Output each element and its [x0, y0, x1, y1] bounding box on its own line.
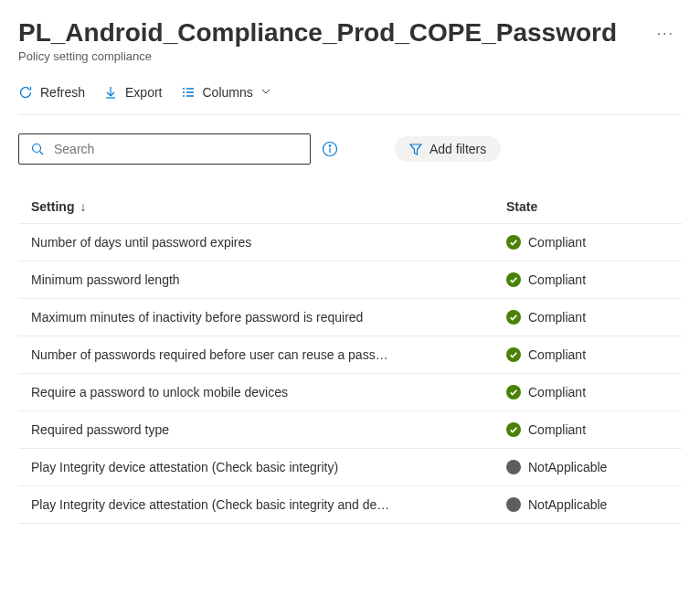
export-label: Export — [125, 85, 162, 100]
table-row[interactable]: Require a password to unlock mobile devi… — [18, 374, 682, 411]
chevron-down-icon — [260, 85, 271, 100]
table-row[interactable]: Maximum minutes of inactivity before pas… — [18, 299, 682, 336]
state-label: Compliant — [528, 347, 586, 362]
column-header-state[interactable]: State — [506, 199, 669, 214]
column-header-state-label: State — [506, 199, 537, 214]
search-icon — [30, 142, 45, 156]
table-row[interactable]: Number of passwords required before user… — [18, 336, 682, 374]
table-row[interactable]: Minimum password lengthCompliant — [18, 261, 682, 299]
cell-setting: Play Integrity device attestation (Check… — [31, 497, 506, 512]
cell-state: Compliant — [506, 272, 669, 287]
columns-label: Columns — [203, 85, 253, 100]
table-row[interactable]: Play Integrity device attestation (Check… — [18, 449, 682, 486]
add-filters-button[interactable]: Add filters — [395, 136, 501, 162]
table-row[interactable]: Play Integrity device attestation (Check… — [18, 486, 682, 524]
svg-point-10 — [329, 145, 330, 146]
state-label: Compliant — [528, 422, 586, 437]
state-label: NotApplicable — [528, 497, 607, 512]
cell-setting: Minimum password length — [31, 272, 506, 287]
page-title: PL_Android_Compliance_Prod_COPE_Password — [18, 18, 617, 48]
check-circle-icon — [506, 385, 521, 399]
cell-state: NotApplicable — [506, 460, 669, 474]
state-label: Compliant — [528, 385, 586, 399]
state-label: NotApplicable — [528, 460, 607, 474]
cell-state: Compliant — [506, 385, 669, 399]
check-circle-icon — [506, 235, 521, 250]
download-icon — [103, 85, 118, 100]
info-icon[interactable] — [322, 141, 338, 157]
table-header: Setting ↓ State — [18, 190, 682, 223]
sort-arrow-down-icon: ↓ — [80, 199, 86, 214]
cell-setting: Required password type — [31, 422, 506, 437]
dot-icon — [506, 497, 521, 512]
cell-state: Compliant — [506, 235, 669, 250]
cell-state: Compliant — [506, 347, 669, 362]
more-button[interactable]: ··· — [650, 22, 682, 46]
table-row[interactable]: Number of days until password expiresCom… — [18, 224, 682, 261]
cell-setting: Require a password to unlock mobile devi… — [31, 385, 506, 399]
cell-state: NotApplicable — [506, 497, 669, 512]
columns-button[interactable]: Columns — [181, 85, 271, 100]
column-header-setting-label: Setting — [31, 199, 74, 214]
svg-point-6 — [33, 144, 41, 153]
check-circle-icon — [506, 347, 521, 362]
dot-icon — [506, 460, 521, 474]
search-input[interactable] — [54, 142, 299, 156]
refresh-icon — [18, 85, 33, 100]
svg-line-7 — [40, 152, 44, 155]
table-body: Number of days until password expiresCom… — [18, 223, 682, 524]
cell-setting: Play Integrity device attestation (Check… — [31, 460, 506, 474]
cell-state: Compliant — [506, 310, 669, 325]
refresh-button[interactable]: Refresh — [18, 85, 85, 100]
cell-setting: Number of passwords required before user… — [31, 347, 506, 362]
column-header-setting[interactable]: Setting ↓ — [31, 199, 506, 214]
columns-icon — [181, 85, 196, 100]
cell-setting: Maximum minutes of inactivity before pas… — [31, 310, 506, 325]
table-row[interactable]: Required password typeCompliant — [18, 411, 682, 449]
filter-row: Add filters — [18, 133, 682, 165]
check-circle-icon — [506, 422, 521, 437]
page-subtitle: Policy setting compliance — [18, 49, 682, 63]
check-circle-icon — [506, 272, 521, 287]
refresh-label: Refresh — [40, 85, 85, 100]
search-box[interactable] — [18, 133, 311, 165]
state-label: Compliant — [528, 235, 586, 250]
add-filters-label: Add filters — [430, 142, 486, 156]
state-label: Compliant — [528, 310, 586, 325]
state-label: Compliant — [528, 272, 586, 287]
check-circle-icon — [506, 310, 521, 325]
cell-state: Compliant — [506, 422, 669, 437]
cell-setting: Number of days until password expires — [31, 235, 506, 250]
filter-icon — [409, 143, 422, 155]
toolbar: Refresh Export Columns — [18, 85, 682, 115]
export-button[interactable]: Export — [103, 85, 162, 100]
